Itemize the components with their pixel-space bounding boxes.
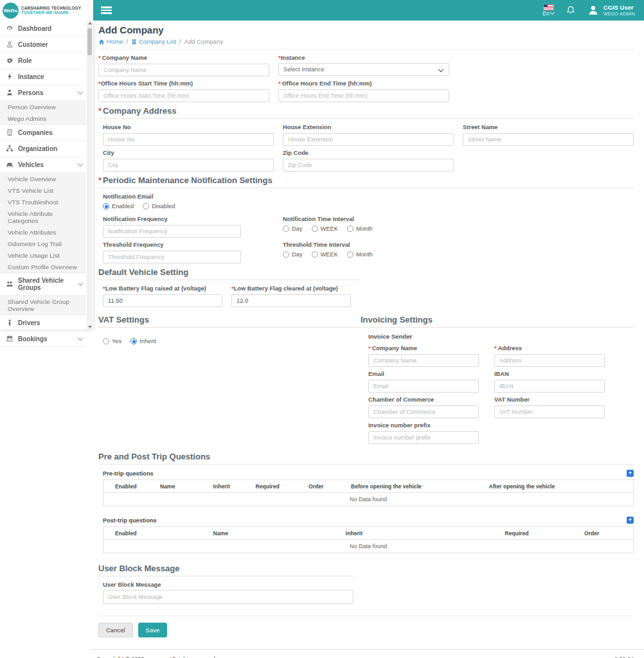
notification-email-enabled-radio[interactable]: Enabled <box>103 203 134 209</box>
user-menu[interactable]: CGIS User WEGO ADMIN <box>587 4 635 16</box>
add-posttrip-question-button[interactable] <box>627 517 634 524</box>
home-icon <box>98 39 105 45</box>
col-inherit: Inherit <box>342 527 501 540</box>
cancel-button[interactable]: Cancel <box>98 623 133 637</box>
vat-inherit-radio[interactable]: Inherit <box>130 338 156 344</box>
instance-lightning-icon <box>6 73 13 80</box>
organization-sitemap-icon <box>6 145 13 152</box>
sidebar-item-shared-vehicle-groups[interactable]: Shared Vehicle Groups <box>0 273 86 296</box>
role-gears-icon <box>6 57 13 64</box>
sidebar-item-vehicle-attributes[interactable]: Vehicle Attributes <box>0 226 86 238</box>
sidebar-item-vehicle-attribute-categories[interactable]: Vehicle Attribute Categories <box>0 208 86 226</box>
sidebar-item-vts-vehicle-list[interactable]: VTS Vehicle List <box>0 184 86 196</box>
invoice-email-input[interactable] <box>368 380 479 393</box>
shared-vehicle-groups-icon <box>6 280 13 288</box>
sidebar-item-vehicle-overview[interactable]: Vehicle Overview <box>0 173 86 184</box>
chevron-down-icon <box>78 89 83 94</box>
breadcrumb-separator: / <box>126 38 128 45</box>
user-block-message-label: User Block Message <box>103 582 634 588</box>
company-list-icon <box>131 39 137 45</box>
breadcrumb-company-list-link[interactable]: Company List <box>131 38 176 45</box>
col-name: Name <box>156 480 210 493</box>
breadcrumb-home-link[interactable]: Home <box>98 38 123 45</box>
low-battery-cleared-input[interactable] <box>231 294 351 307</box>
sidebar-scrollbar[interactable] <box>87 21 93 330</box>
low-battery-raised-label: *Low Battery Flag raised at (voltage) <box>103 285 222 292</box>
company-name-label: *Company Name <box>98 55 269 61</box>
language-selector[interactable]: En <box>542 4 553 17</box>
sidebar-item-companies[interactable]: Companies <box>0 125 86 141</box>
vat-number-input[interactable] <box>494 405 605 418</box>
low-battery-raised-input[interactable] <box>103 294 222 307</box>
brand-tagline-1: CARSHARING TECHNOLOGY <box>21 6 81 10</box>
hamburger-menu-icon[interactable] <box>101 6 112 14</box>
save-button[interactable]: Save <box>138 623 168 637</box>
instance-label: *Instance <box>278 55 449 61</box>
main-content: Add Company Home / Company List / Add Co… <box>93 0 644 637</box>
chevron-down-icon <box>78 335 83 340</box>
scroll-down-arrow-icon[interactable] <box>88 326 92 328</box>
us-flag-icon <box>544 4 553 10</box>
sidebar-item-drivers[interactable]: Drivers <box>0 315 86 331</box>
notification-interval-month-radio[interactable]: Month <box>347 226 373 232</box>
threshold-frequency-input[interactable] <box>103 251 241 263</box>
notifications-bell-icon[interactable] <box>566 5 576 15</box>
sidebar-item-shared-vehicle-group-overview[interactable]: Shared Vehicle Group Overview <box>0 296 86 314</box>
company-address-heading: *Company Address <box>98 106 634 119</box>
office-end-label: *Office Hours End Time (hh:mm) <box>278 80 449 87</box>
sidebar-item-role[interactable]: Role <box>0 53 86 69</box>
vat-yes-radio[interactable]: Yes <box>103 338 121 344</box>
threshold-interval-month-radio[interactable]: Month <box>347 251 373 258</box>
sidebar-item-persons[interactable]: Persons <box>0 85 86 101</box>
city-input[interactable] <box>103 159 274 172</box>
sidebar-item-dashboard[interactable]: Dashboard <box>0 21 86 37</box>
sidebar-item-vehicle-usage-list[interactable]: Vehicle Usage List <box>0 249 86 261</box>
invoice-iban-input[interactable] <box>494 380 605 393</box>
office-end-input[interactable] <box>278 89 449 102</box>
house-no-input[interactable] <box>103 133 274 146</box>
invoice-number-prefix-input[interactable] <box>368 431 479 444</box>
vat-settings-heading: VAT Settings <box>98 315 361 328</box>
sidebar-item-vehicles[interactable]: Vehicles <box>0 157 86 173</box>
notification-interval-day-radio[interactable]: Day <box>283 226 303 232</box>
sidebar-item-customer[interactable]: Customer <box>0 37 86 53</box>
notification-email-disabled-radio[interactable]: Disabled <box>143 203 175 209</box>
trip-questions-heading: Pre and Post Trip Questions <box>98 452 634 465</box>
invoice-email-label: Email <box>368 371 479 377</box>
sidebar-item-instance[interactable]: Instance <box>0 69 86 85</box>
instance-select[interactable]: Select Instance <box>278 63 449 76</box>
companies-icon <box>6 129 13 136</box>
threshold-interval-week-radio[interactable]: WEEK <box>312 251 338 258</box>
breadcrumb: Home / Company List / Add Company <box>98 38 634 45</box>
brand-logo[interactable]: WeGo CARSHARING TECHNOLOGY TOGETHER WE S… <box>0 0 93 21</box>
wego-logo-icon: WeGo <box>3 3 19 19</box>
sidebar-item-custom-profile-overview[interactable]: Custom Profile Overview <box>0 261 86 272</box>
street-name-input[interactable] <box>463 133 634 146</box>
office-start-label: *Office Hours Start Time (hh:mm) <box>98 80 269 87</box>
house-no-label: House No <box>103 124 274 130</box>
scroll-up-arrow-icon[interactable] <box>88 22 92 24</box>
sidebar-item-bookings[interactable]: Bookings <box>0 331 86 347</box>
invoice-company-name-input[interactable] <box>368 354 479 367</box>
notification-frequency-input[interactable] <box>103 225 241 238</box>
sidebar-item-odometer-log-trail[interactable]: Odometer Log Trail <box>0 238 86 249</box>
office-start-input[interactable] <box>98 89 269 102</box>
house-extension-input[interactable] <box>283 133 454 146</box>
invoice-address-input[interactable] <box>494 354 605 367</box>
sidebar-item-organization[interactable]: Organization <box>0 141 86 157</box>
company-name-input[interactable] <box>98 64 269 76</box>
pretrip-questions-table: Enabled Name Inherit Required Order Befo… <box>103 479 634 506</box>
sidebar-item-vts-troubleshoot[interactable]: VTS Troubleshoot <box>0 196 86 208</box>
chevron-down-icon <box>438 67 443 72</box>
chamber-of-commerce-input[interactable] <box>368 405 479 418</box>
pretrip-empty-message: No Data found <box>103 493 634 506</box>
threshold-interval-day-radio[interactable]: Day <box>283 251 303 258</box>
sidebar-item-wego-admins[interactable]: Wego Admins <box>0 112 86 124</box>
notification-interval-week-radio[interactable]: WEEK <box>312 226 338 232</box>
add-pretrip-question-button[interactable] <box>627 470 634 477</box>
user-block-message-input[interactable] <box>103 590 353 604</box>
divider <box>98 49 634 49</box>
sidebar-item-person-overview[interactable]: Person Overview <box>0 101 86 112</box>
zip-code-input[interactable] <box>283 159 454 172</box>
scrollbar-thumb[interactable] <box>87 28 92 55</box>
